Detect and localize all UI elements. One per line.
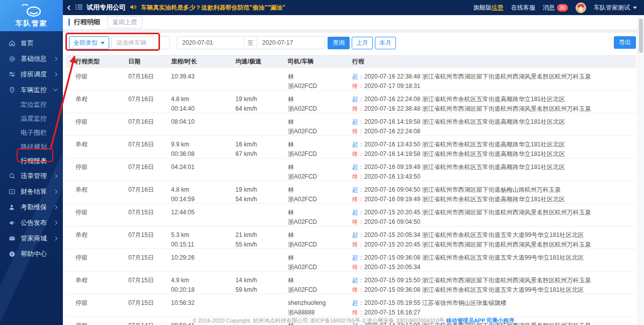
submenu-item-location-monitor[interactable]: 定位监控 (0, 98, 63, 112)
account-menu[interactable]: 车队管家测试 (594, 4, 637, 12)
renew-link[interactable]: 续费 (492, 4, 504, 11)
end-label: 终： (352, 218, 364, 225)
speed-cell (226, 204, 278, 208)
scrollbar-thumb[interactable] (639, 19, 643, 53)
speed-cell (226, 294, 278, 298)
submenu-item-geofence[interactable]: 电子围栏 (0, 126, 63, 140)
end-label: 终： (352, 83, 364, 90)
main-content: 行程明细 返回上层 全部类型 至 查询 上月 本月 导出 (63, 15, 644, 325)
end-address: 2020-07-15 09:36:08 浙江省杭州市余杭区五常街道五常大道99号… (364, 286, 584, 293)
money-icon: ¥ (8, 188, 16, 196)
page-title: 行程明细 (74, 18, 100, 27)
announcement-text[interactable]: 车辆真实油耗是多少？这款利器帮你防范"偷油""漏油" (141, 4, 285, 12)
driver-miniapp-link[interactable]: 司乘小程序 (487, 317, 514, 323)
col-header-speed: 均速/极速 (226, 57, 278, 66)
trip-type-cell: 单程 (66, 91, 119, 104)
start-address: 2020-07-15 09:15:50 浙江省杭州市西湖区留下街道杭州西湖风景名… (364, 277, 591, 284)
car-logo-icon (20, 3, 43, 18)
date-cell: 07月16日 (119, 91, 162, 104)
collapse-sidebar-icon[interactable] (67, 5, 72, 10)
end-label: 终： (352, 105, 364, 112)
sidebar-item-scheduling[interactable]: 排班调度 (0, 66, 63, 82)
table-row: 单程 07月15日 5.3 km00:15:11 21 km/h55 km/h … (66, 226, 636, 249)
this-month-button[interactable]: 本月 (375, 37, 396, 49)
table-row: 停留 07月15日 10:56:32 shenzhuofeng浙A88888 起… (66, 294, 636, 317)
sidebar-item-label: 基础信息 (21, 54, 54, 63)
col-header-trip: 行程 (343, 57, 636, 66)
sidebar-item-attendance[interactable]: 考勤维保 (0, 199, 63, 215)
driver-vehicle-cell: 林浙A02FCD (278, 68, 343, 91)
speed-cell: 16 km/h67 km/h (226, 136, 278, 159)
date-cell: 07月15日 (119, 294, 162, 308)
sidebar-item-vehicle-monitor[interactable]: 车辆监控 (0, 82, 63, 98)
trip-cell: 起：2020-07-15 09:15:50 浙江省杭州市西湖区留下街道杭州西湖风… (343, 272, 636, 295)
submenu-item-temperature-monitor[interactable]: 温度监控 (0, 112, 63, 126)
start-address: 2020-07-16 14:19:58 浙江省杭州市余杭区五常街道高顺路华立18… (364, 118, 565, 125)
vehicle-select-input[interactable] (111, 36, 170, 49)
chevron-right-icon (53, 205, 57, 209)
table-row: 停留 07月16日 04:24:01 林浙A02FCD 起：2020-07-16… (66, 158, 636, 181)
driver-vehicle-cell: shenzhuofeng浙A88888 (278, 294, 343, 317)
sidebar-item-help-center[interactable]: ? 帮助中心 (0, 246, 63, 262)
messages-label: 消息 (543, 4, 555, 12)
sidebar-item-finance[interactable]: ¥ 财务结算 (0, 184, 63, 199)
date-cell: 07月15日 (119, 272, 162, 285)
date-range-picker: 至 (177, 36, 325, 49)
submenu-item-route-planning[interactable]: 路径规划 (0, 140, 63, 154)
vehicle-monitor-submenu: 定位监控 温度监控 电子围栏 路径规划 行程报表 (0, 98, 63, 168)
end-address: 2020-07-16 13:43:50 (364, 173, 420, 180)
sidebar-item-basic-info[interactable]: 基础信息 (0, 51, 63, 66)
chevron-right-icon (53, 72, 57, 76)
sidebar-item-home[interactable]: 首页 (0, 35, 63, 51)
trip-type-cell: 停留 (66, 113, 119, 127)
sidebar-item-label: 财务结算 (21, 187, 54, 196)
date-cell: 07月16日 (119, 136, 162, 149)
end-label: 终： (352, 128, 364, 135)
mileage-duration-cell: 4.9 km00:20:18 (162, 272, 226, 295)
org-list-icon[interactable] (75, 4, 83, 12)
submenu-item-trip-report[interactable]: 行程报表 (0, 154, 63, 168)
speed-cell: 14 km/h59 km/h (226, 272, 278, 295)
company-name[interactable]: 试用专用公司 (87, 3, 126, 12)
sidebar-item-label: 考勤维保 (21, 203, 54, 212)
start-label: 起： (352, 299, 364, 306)
end-address: 2020-07-16 22:24:08 (364, 128, 420, 135)
date-from-input[interactable] (177, 37, 244, 49)
online-service-link[interactable]: 在线客服 (511, 4, 535, 12)
sidebar-item-announcements[interactable]: 公告发布 (0, 215, 63, 230)
trip-cell: 起：2020-07-15 20:20:45 浙江省杭州市西湖区留下街道杭州西湖风… (343, 204, 636, 227)
speed-cell: 21 km/h55 km/h (226, 226, 278, 250)
app-logo[interactable]: 车队管家 (0, 0, 63, 31)
avatar[interactable] (576, 3, 586, 13)
date-to-label: 至 (244, 36, 257, 49)
trip-table-body: 停留 07月16日 10:39:43 林浙A02FCD 起：2020-07-16… (66, 68, 636, 325)
person-icon (8, 203, 16, 211)
trip-type-cell: 单程 (66, 181, 119, 195)
home-icon (8, 39, 16, 47)
start-label: 起： (352, 277, 364, 284)
driver-vehicle-cell: 林浙A02FCD (278, 204, 343, 227)
table-row: 停留 07月16日 10:39:43 林浙A02FCD 起：2020-07-16… (66, 68, 636, 91)
speaker-icon (130, 4, 137, 12)
sidebar-item-violations[interactable]: 违章管理 (0, 168, 63, 184)
date-to-input[interactable] (257, 37, 324, 49)
violation-search-icon (8, 172, 16, 180)
sidebar-item-mall[interactable]: 管家商城 (0, 230, 63, 246)
trip-type-cell: 停留 (66, 204, 119, 217)
shop-envelope-icon (8, 234, 16, 242)
mileage-duration-cell: 10:29:26 (162, 249, 226, 263)
sliders-icon (8, 70, 16, 78)
search-button[interactable]: 查询 (328, 37, 350, 49)
driver-vehicle-cell: 林浙A02FCD (278, 272, 343, 295)
mileage-duration-cell: 4.8 km00:14:40 (162, 91, 226, 114)
export-button[interactable]: 导出 (614, 36, 636, 49)
back-button[interactable]: 返回上层 (107, 16, 142, 29)
messages-link[interactable]: 消息 30 (543, 4, 568, 12)
table-row: 单程 07月16日 4.8 km00:14:59 19 km/h54 km/h … (66, 181, 636, 204)
date-cell: 07月15日 (119, 249, 162, 263)
admin-app-link[interactable]: 移动管理员APP (446, 317, 486, 323)
trip-type-dropdown[interactable]: 全部类型 (69, 36, 109, 49)
table-row: 单程 07月16日 4.8 km00:14:40 19 km/h64 km/h … (66, 91, 636, 113)
end-address: 2020-07-16 22:38:48 浙江省杭州市西湖区留下街道杭州西湖风景名… (364, 105, 591, 112)
prev-month-button[interactable]: 上月 (352, 37, 373, 49)
